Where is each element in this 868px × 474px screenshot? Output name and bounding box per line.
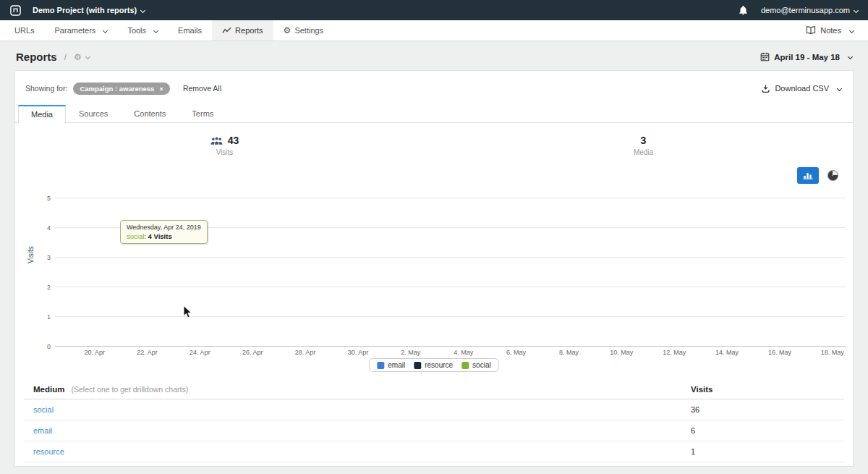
remove-tag-icon[interactable]: ×: [159, 85, 163, 93]
project-selector[interactable]: Demo Project (with reports): [33, 6, 145, 14]
filter-row: Showing for: Campaign : awareness × Remo…: [15, 71, 853, 96]
notifications-button[interactable]: [739, 6, 748, 15]
legend-label: resource: [425, 361, 453, 369]
media-stat-label: Media: [434, 148, 853, 156]
chevron-down-icon: [849, 27, 854, 33]
nav-item-settings[interactable]: ⚙Settings: [273, 20, 334, 41]
chevron-down-icon: [140, 7, 145, 12]
user-email: demo@terminusapp.com: [761, 6, 850, 14]
filter-tag-label: Campaign : awareness: [80, 85, 154, 93]
legend-label: email: [388, 361, 405, 369]
breadcrumb-separator: /: [64, 52, 67, 62]
x-tick-label: 28. Apr: [295, 349, 316, 356]
visits-chart: Visits 012345 20. Apr22. Apr24. Apr26. A…: [15, 184, 853, 373]
bar-may-18: [820, 198, 868, 347]
project-name: Demo Project (with reports): [33, 6, 137, 14]
gear-icon: ⚙: [284, 26, 292, 35]
notes-label: Notes: [820, 26, 841, 35]
download-csv-button[interactable]: Download CSV: [761, 84, 841, 93]
y-tick-label: 2: [39, 284, 51, 291]
user-menu[interactable]: demo@terminusapp.com: [761, 6, 858, 14]
social-swatch-icon: [461, 362, 469, 369]
x-tick-label: 2. May: [401, 349, 420, 356]
x-tick-label: 12. May: [663, 349, 686, 356]
main-nav: URLsParametersToolsEmailsReports⚙Setting…: [0, 20, 868, 41]
y-tick-label: 4: [39, 224, 51, 232]
nav-item-urls[interactable]: URLs: [4, 20, 45, 41]
chevron-down-icon: [103, 27, 108, 33]
pie-chart-toggle[interactable]: [827, 170, 838, 181]
table-row: social36: [24, 399, 844, 420]
x-tick-label: 24. Apr: [190, 349, 210, 356]
legend-item-social[interactable]: social: [461, 361, 491, 369]
tab-terms[interactable]: Terms: [179, 104, 226, 122]
email-swatch-icon: [377, 362, 384, 369]
legend-item-email[interactable]: email: [377, 361, 405, 369]
mouse-cursor-icon: [183, 305, 192, 321]
page-title: Reports: [16, 51, 57, 63]
x-tick-label: 4. May: [454, 349, 473, 356]
media-count: 3: [641, 135, 647, 146]
gear-icon: ⚙: [74, 53, 82, 62]
visitors-icon: [210, 136, 223, 145]
visits-value: 1: [691, 447, 695, 456]
medium-link[interactable]: resource: [33, 447, 64, 456]
x-tick-label: 18. May: [821, 349, 844, 356]
nav-items: URLsParametersToolsEmailsReports⚙Setting…: [0, 20, 333, 41]
chart-line-icon: [222, 27, 231, 34]
x-tick-label: 22. Apr: [137, 349, 158, 356]
nav-item-reports[interactable]: Reports: [212, 20, 273, 41]
topbar: Demo Project (with reports) demo@terminu…: [0, 0, 868, 20]
filter-tag[interactable]: Campaign : awareness ×: [73, 82, 170, 95]
terminus-logo-icon: [10, 5, 21, 16]
report-settings-button[interactable]: ⚙: [74, 53, 90, 62]
resource-swatch-icon: [414, 362, 421, 369]
x-tick-label: 14. May: [715, 349, 739, 356]
y-axis-title: Visits: [27, 246, 35, 263]
remove-all-button[interactable]: Remove All: [183, 84, 221, 93]
tab-media[interactable]: Media: [18, 105, 66, 123]
tooltip-series: social: [127, 232, 144, 240]
nav-item-label: URLs: [14, 26, 35, 35]
table-header: Medium (Select one to get drilldown char…: [24, 381, 844, 399]
tab-contents[interactable]: Contents: [121, 104, 179, 122]
nav-item-parameters[interactable]: Parameters: [45, 20, 118, 41]
bar-chart-icon: [803, 172, 813, 179]
download-csv-label: Download CSV: [775, 84, 829, 93]
nav-item-tools[interactable]: Tools: [117, 20, 168, 41]
calendar-icon: [760, 52, 770, 62]
book-icon: [806, 26, 816, 35]
nav-item-emails[interactable]: Emails: [168, 20, 212, 41]
table-row: email6: [24, 420, 844, 441]
nav-item-label: Parameters: [55, 26, 96, 35]
showing-for-label: Showing for:: [25, 84, 67, 93]
medium-link[interactable]: email: [33, 426, 52, 435]
summary-stats: 43 Visits 3 Media: [15, 135, 853, 159]
chevron-down-icon: [854, 7, 859, 12]
tab-sources[interactable]: Sources: [66, 104, 121, 122]
notes-button[interactable]: Notes: [806, 20, 868, 41]
chart-type-toggles: [15, 166, 853, 184]
report-card: Showing for: Campaign : awareness × Remo…: [14, 70, 854, 467]
chevron-down-icon: [85, 54, 90, 59]
nav-item-label: Tools: [127, 26, 146, 35]
legend-item-resource[interactable]: resource: [414, 361, 453, 369]
x-tick-label: 26. Apr: [242, 349, 263, 356]
y-tick-label: 3: [39, 254, 51, 261]
date-range-picker[interactable]: April 19 - May 18: [760, 52, 852, 62]
chart-legend: emailresourcesocial: [369, 358, 498, 372]
x-tick-label: 30. Apr: [348, 349, 369, 356]
media-stat: 3 Media: [434, 135, 853, 159]
chevron-down-icon: [837, 85, 842, 90]
y-tick-label: 1: [39, 313, 51, 321]
y-tick-label: 0: [39, 343, 51, 350]
medium-link[interactable]: social: [33, 405, 54, 414]
nav-item-label: Reports: [235, 26, 263, 35]
bar-chart-toggle[interactable]: [797, 167, 819, 184]
medium-column-header: Medium: [33, 385, 64, 394]
medium-column-hint: (Select one to get drilldown charts): [72, 385, 189, 394]
bell-icon: [739, 6, 748, 15]
visits-value: 6: [691, 426, 695, 435]
x-axis-ticks: 20. Apr22. Apr24. Apr26. Apr28. Apr30. A…: [55, 349, 846, 357]
x-tick-label: 8. May: [559, 349, 579, 356]
